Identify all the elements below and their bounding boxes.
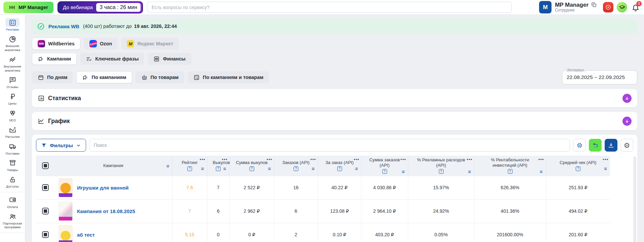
seo-knot-icon — [5, 109, 20, 118]
ads-dashboard-icon — [5, 18, 20, 27]
cell-ad-spend-pct: 24.92% — [408, 199, 474, 223]
column-help-icon[interactable]: ? — [187, 166, 192, 171]
webinar-timer: 3 часа : 26 мин — [96, 3, 141, 12]
webinar-countdown-button[interactable]: До вебинара 3 часа : 26 мин — [58, 1, 143, 13]
user-name: MP Manager — [555, 2, 589, 8]
row-checkbox[interactable] — [42, 208, 49, 214]
wildberries-logo-icon: WB — [38, 40, 45, 47]
column-more-icon[interactable]: ••• — [267, 157, 272, 162]
banner-date: 19 авг. 2026, 22:44 — [134, 24, 177, 29]
cell-rating: 5.15 — [172, 223, 207, 242]
column-menu-icon[interactable]: ≡ — [201, 166, 204, 171]
cell-avg-check: 201.60 ₽ — [546, 223, 610, 242]
mail-dot-icon — [5, 125, 20, 134]
tab-yandex-market[interactable]: M Яндекс Маркет — [121, 38, 179, 50]
statistics-expand-button[interactable] — [622, 94, 632, 103]
row-checkbox[interactable] — [42, 184, 49, 191]
download-button[interactable] — [605, 139, 617, 152]
tab-ozon[interactable]: ozon Ozon — [84, 38, 118, 50]
tab-campaigns[interactable]: Кампании — [32, 53, 77, 65]
truck-icon — [5, 142, 20, 151]
megaphone-icon — [38, 56, 44, 62]
sidebar-item-ads[interactable]: Реклама — [0, 18, 25, 31]
sidebar-item-reviews[interactable]: Отзывы — [0, 76, 25, 89]
column-more-icon[interactable]: ••• — [538, 157, 544, 162]
column-help-icon[interactable]: ? — [294, 166, 298, 171]
sidebar-item-access[interactable]: Доступы — [0, 175, 25, 188]
header-per-order-api: За заказ (API) ••• ? ≡ — [318, 156, 361, 176]
campaign-link[interactable]: Кампания от 18.08.2025 — [77, 208, 135, 214]
header-roi-pct: % Рентабельности инвестиций (API) ••• ? … — [474, 156, 546, 176]
filters-button[interactable]: Фильтры — [36, 139, 86, 152]
video-tutorials-icon[interactable] — [603, 2, 613, 12]
tab-finance[interactable]: Финансы — [148, 53, 191, 65]
user-block: MP Manager Сотрудник — [555, 2, 597, 13]
tab-by-days[interactable]: По дням — [32, 71, 73, 83]
sidebar-item-internal-analytics[interactable]: Внутренняя аналитика — [0, 55, 25, 72]
sidebar-item-products[interactable]: Товары — [0, 159, 25, 172]
column-menu-icon[interactable]: ≡ — [355, 166, 358, 171]
tab-by-products[interactable]: По товарам — [136, 71, 185, 83]
table-settings-button[interactable]: ⚙ — [620, 139, 633, 152]
column-more-icon[interactable]: ••• — [603, 157, 608, 162]
tab-by-campaigns-and-products[interactable]: По кампаниям и товарам — [188, 71, 269, 83]
column-more-icon[interactable]: ••• — [401, 157, 406, 162]
sidebar-item-seo[interactable]: SEO — [0, 109, 25, 122]
sidebar-item-external-analytics[interactable]: Внешняя аналитика — [0, 35, 25, 52]
sidebar-item-supplies[interactable]: Поставки — [0, 142, 25, 155]
select-all-checkbox[interactable] — [42, 162, 49, 169]
wallet-icon — [5, 196, 20, 204]
sidebar-item-payment[interactable]: Оплата — [0, 196, 25, 209]
sidebar-item-partner-program[interactable]: Партнерская программа — [0, 212, 25, 229]
column-menu-icon[interactable]: ≡ — [268, 166, 271, 171]
column-menu-icon[interactable]: ≡ — [604, 166, 607, 171]
column-help-icon[interactable]: ? — [382, 169, 387, 174]
column-menu-icon[interactable]: ≡ — [402, 169, 405, 174]
cell-buyouts: 7 — [207, 176, 229, 199]
column-help-icon[interactable]: ? — [508, 169, 513, 174]
list-check-icon — [86, 56, 92, 62]
column-help-icon[interactable]: ? — [576, 166, 580, 171]
table-scrollbar[interactable] — [633, 156, 636, 242]
sidebar-item-prices[interactable]: Цены — [0, 92, 25, 105]
notifications-bell-icon[interactable]: 0 — [631, 2, 641, 12]
funnel-icon — [41, 143, 47, 148]
column-help-icon[interactable]: ? — [216, 166, 221, 171]
column-more-icon[interactable]: ••• — [354, 157, 359, 162]
column-menu-icon[interactable]: ≡ — [166, 163, 169, 168]
refresh-button[interactable] — [589, 139, 602, 152]
campaign-link[interactable]: Игрушки для ванной — [77, 185, 129, 191]
interval-date-range-input[interactable]: Интервал 22.08.2025 ~ 22.09.2025 — [562, 70, 637, 84]
automation-chip-button[interactable] — [573, 139, 586, 152]
ads-status-banner: Реклама WB (400 шт) работают до 19 авг. … — [32, 19, 637, 34]
table-search-input[interactable] — [89, 139, 570, 152]
chart-panel: График — [32, 112, 637, 130]
campaign-link[interactable]: аб тест — [77, 232, 95, 238]
tab-wildberries[interactable]: WB Wildberries — [32, 38, 80, 50]
column-help-icon[interactable]: ? — [250, 166, 254, 171]
help-search-input[interactable] — [147, 2, 512, 13]
column-menu-icon[interactable]: ≡ — [223, 166, 226, 171]
column-more-icon[interactable]: ••• — [467, 157, 472, 162]
column-help-icon[interactable]: ? — [439, 169, 444, 174]
chip-icon — [576, 142, 583, 149]
column-more-icon[interactable]: ••• — [222, 157, 228, 162]
copy-icon[interactable] — [591, 2, 597, 8]
column-more-icon[interactable]: ••• — [310, 157, 316, 162]
column-menu-icon[interactable]: ≡ — [468, 169, 471, 174]
avatar[interactable]: M — [539, 1, 552, 13]
sidebar-item-mailings[interactable]: Рассылки — [0, 125, 25, 138]
row-checkbox[interactable] — [42, 231, 49, 238]
chart-expand-button[interactable] — [622, 117, 632, 126]
education-cap-icon[interactable] — [617, 2, 627, 12]
brand-button[interactable]: MP Manager — [3, 2, 53, 13]
tab-keyphrases[interactable]: Ключевые фразы — [80, 53, 144, 65]
column-help-icon[interactable]: ? — [337, 166, 342, 171]
archive-box-icon — [5, 159, 20, 167]
banner-ads-link[interactable]: Реклама WB — [48, 24, 79, 29]
comment-icon — [5, 76, 20, 84]
column-more-icon[interactable]: ••• — [200, 157, 205, 162]
column-menu-icon[interactable]: ≡ — [540, 169, 543, 174]
column-menu-icon[interactable]: ≡ — [312, 166, 315, 171]
tab-by-campaigns[interactable]: По кампаниям — [76, 71, 132, 83]
